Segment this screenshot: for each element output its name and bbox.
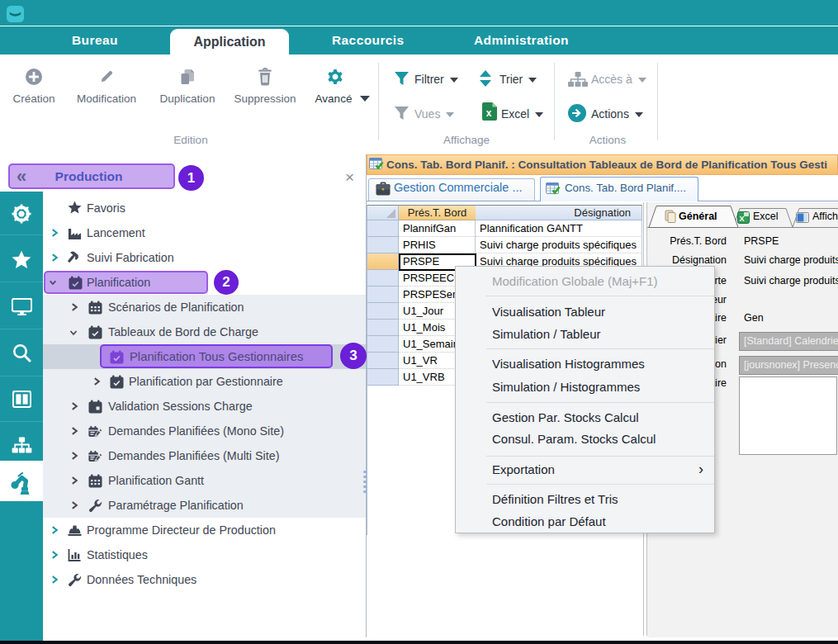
svg-text:x: x	[486, 107, 492, 119]
svg-text:X: X	[739, 215, 744, 223]
